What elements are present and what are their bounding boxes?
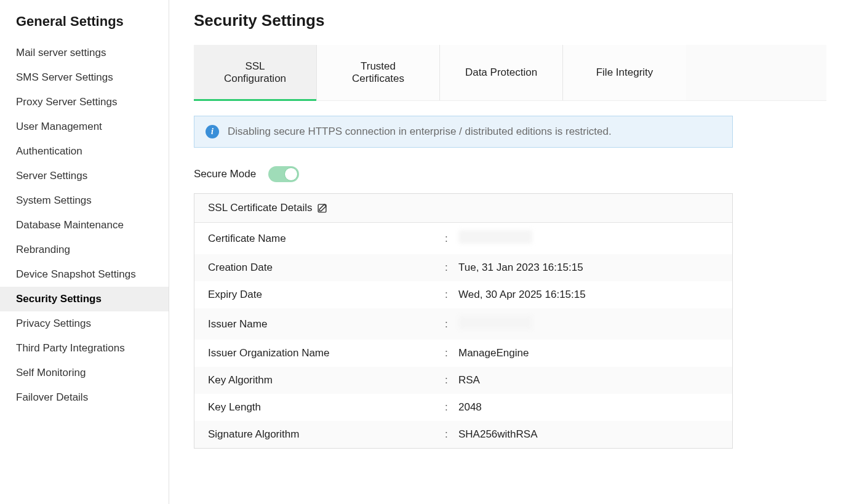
info-icon: i bbox=[206, 125, 219, 138]
sidebar-item-privacy-settings[interactable]: Privacy Settings bbox=[0, 311, 169, 336]
ssl-cert-panel: SSL Certificate Details Certificate Name… bbox=[194, 193, 733, 449]
info-banner-text: Disabling secure HTTPS connection in ent… bbox=[228, 126, 612, 138]
sidebar-item-failover-details[interactable]: Failover Details bbox=[0, 385, 169, 410]
detail-separator: : bbox=[445, 428, 458, 441]
page-title: Security Settings bbox=[194, 11, 826, 30]
detail-separator: : bbox=[445, 318, 458, 330]
detail-separator: : bbox=[445, 347, 458, 359]
detail-row: Issuer Organization Name:ManageEngine bbox=[194, 340, 732, 367]
detail-separator: : bbox=[445, 401, 458, 414]
tab-label: SSL Configuration bbox=[224, 60, 286, 85]
detail-row: Expiry Date:Wed, 30 Apr 2025 16:15:15 bbox=[194, 281, 732, 308]
sidebar-item-third-party-integrations[interactable]: Third Party Integrations bbox=[0, 336, 169, 361]
detail-row: Issuer Name: bbox=[194, 308, 732, 340]
secure-mode-row: Secure Mode bbox=[194, 166, 826, 182]
detail-value: SHA256withRSA bbox=[458, 428, 538, 441]
detail-label: Issuer Name bbox=[208, 318, 445, 330]
secure-mode-label: Secure Mode bbox=[194, 168, 256, 180]
edit-icon[interactable] bbox=[317, 203, 327, 214]
detail-row: Creation Date:Tue, 31 Jan 2023 16:15:15 bbox=[194, 254, 732, 281]
tab-label: Trusted Certificates bbox=[352, 60, 404, 85]
detail-row: Key Length:2048 bbox=[194, 394, 732, 421]
sidebar-item-mail-server-settings[interactable]: Mail server settings bbox=[0, 41, 169, 65]
sidebar-item-system-settings[interactable]: System Settings bbox=[0, 188, 169, 213]
tab-label: File Integrity bbox=[596, 66, 653, 79]
tab-label: Data Protection bbox=[465, 66, 537, 79]
cert-details-body: Certificate Name:Creation Date:Tue, 31 J… bbox=[194, 223, 732, 448]
detail-row: Key Algorithm:RSA bbox=[194, 367, 732, 394]
toggle-knob bbox=[284, 167, 298, 181]
detail-value bbox=[458, 230, 532, 247]
detail-separator: : bbox=[445, 289, 458, 301]
tab-data-protection[interactable]: Data Protection bbox=[440, 45, 563, 100]
detail-separator: : bbox=[445, 262, 458, 274]
tab-trusted-certificates[interactable]: Trusted Certificates bbox=[317, 45, 440, 100]
sidebar-title: General Settings bbox=[0, 6, 169, 41]
detail-value: RSA bbox=[458, 374, 480, 386]
redacted-value bbox=[458, 230, 532, 244]
detail-label: Key Length bbox=[208, 401, 445, 414]
sidebar-item-security-settings[interactable]: Security Settings bbox=[0, 287, 169, 311]
sidebar-item-self-monitoring[interactable]: Self Monitoring bbox=[0, 361, 169, 385]
ssl-cert-panel-header: SSL Certificate Details bbox=[194, 194, 732, 223]
detail-label: Creation Date bbox=[208, 262, 445, 274]
redacted-value bbox=[458, 316, 532, 329]
main-content: Security Settings SSL ConfigurationTrust… bbox=[169, 0, 851, 504]
sidebar-item-user-management[interactable]: User Management bbox=[0, 114, 169, 139]
detail-row: Certificate Name: bbox=[194, 223, 732, 254]
detail-label: Certificate Name bbox=[208, 233, 445, 245]
tab-ssl-configuration[interactable]: SSL Configuration bbox=[194, 45, 317, 100]
sidebar-item-database-maintenance[interactable]: Database Maintenance bbox=[0, 213, 169, 238]
sidebar-item-sms-server-settings[interactable]: SMS Server Settings bbox=[0, 65, 169, 90]
detail-separator: : bbox=[445, 233, 458, 245]
tab-file-integrity[interactable]: File Integrity bbox=[563, 45, 686, 100]
detail-value bbox=[458, 316, 532, 332]
detail-label: Key Algorithm bbox=[208, 374, 445, 386]
detail-label: Issuer Organization Name bbox=[208, 347, 445, 359]
security-tabs: SSL ConfigurationTrusted CertificatesDat… bbox=[194, 45, 826, 101]
sidebar-item-authentication[interactable]: Authentication bbox=[0, 139, 169, 164]
panel-title-text: SSL Certificate Details bbox=[208, 202, 312, 214]
detail-separator: : bbox=[445, 374, 458, 386]
secure-mode-toggle[interactable] bbox=[268, 166, 299, 182]
detail-value: ManageEngine bbox=[458, 347, 529, 359]
detail-value: Wed, 30 Apr 2025 16:15:15 bbox=[458, 289, 586, 301]
detail-label: Expiry Date bbox=[208, 289, 445, 301]
detail-value: Tue, 31 Jan 2023 16:15:15 bbox=[458, 262, 583, 274]
detail-label: Signature Algorithm bbox=[208, 428, 445, 441]
sidebar-item-server-settings[interactable]: Server Settings bbox=[0, 164, 169, 188]
detail-row: Signature Algorithm:SHA256withRSA bbox=[194, 421, 732, 448]
sidebar-item-proxy-server-settings[interactable]: Proxy Server Settings bbox=[0, 90, 169, 114]
sidebar-item-device-snapshot-settings[interactable]: Device Snapshot Settings bbox=[0, 262, 169, 287]
detail-value: 2048 bbox=[458, 401, 482, 414]
sidebar-item-rebranding[interactable]: Rebranding bbox=[0, 238, 169, 262]
info-banner: i Disabling secure HTTPS connection in e… bbox=[194, 116, 733, 148]
sidebar: General Settings Mail server settingsSMS… bbox=[0, 0, 169, 504]
